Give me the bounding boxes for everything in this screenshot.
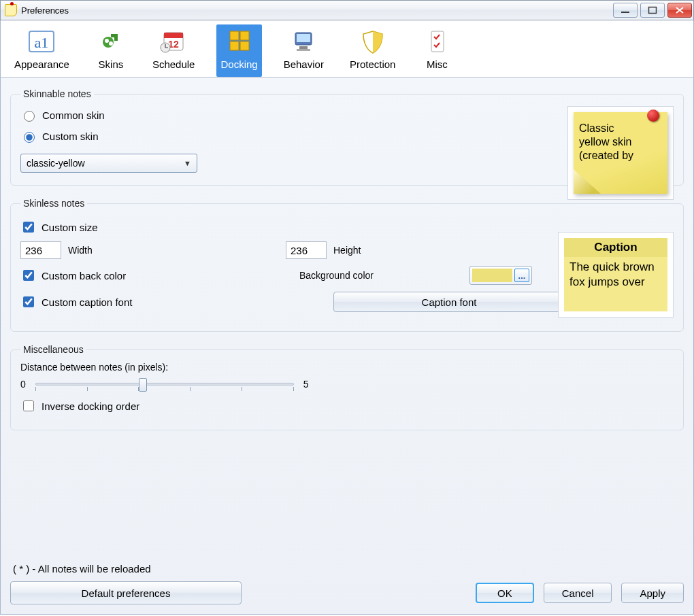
svg-rect-7 [164, 33, 183, 38]
protection-icon [357, 27, 389, 56]
tab-label: Misc [427, 58, 448, 70]
svg-rect-0 [621, 12, 629, 13]
distance-slider[interactable] [35, 377, 294, 392]
tab-label: Behavior [284, 58, 324, 70]
skinnable-preview: Classic yellow skin (created by [567, 106, 674, 200]
check-inverse-docking-input[interactable] [23, 400, 34, 411]
check-label: Inverse docking order [42, 400, 139, 412]
check-label: Custom caption font [42, 296, 132, 308]
schedule-icon: 12 [158, 27, 189, 56]
svg-rect-18 [431, 31, 444, 52]
color-swatch [472, 269, 512, 282]
titlebar: Preferences [0, 0, 694, 20]
radio-label: Custom skin [42, 131, 99, 142]
preview-text-1: Classic [579, 122, 662, 135]
skin-dropdown[interactable]: classic-yellow ▼ [20, 154, 197, 173]
tab-label: Skins [99, 58, 124, 70]
check-custom-caption-input[interactable] [23, 296, 34, 307]
tab-skins[interactable]: Skins [91, 24, 131, 77]
minimize-button[interactable] [613, 3, 638, 18]
pin-icon [647, 109, 659, 122]
slider-rail [35, 383, 294, 386]
appearance-icon: a1 [26, 27, 57, 56]
bgcolor-picker[interactable]: ... [469, 266, 532, 285]
legend-misc: Miscellaneous [20, 344, 86, 355]
svg-rect-16 [299, 46, 308, 49]
group-skinnable-notes: Skinnable notes Common skin Custom skin … [10, 88, 684, 186]
close-button[interactable] [667, 3, 692, 18]
slider-max: 5 [303, 379, 309, 390]
radio-custom-skin-input[interactable] [24, 132, 35, 143]
slider-min: 0 [20, 379, 26, 390]
slider-thumb[interactable] [139, 378, 147, 392]
check-custom-back-input[interactable] [23, 270, 34, 281]
tab-label: Schedule [152, 58, 195, 70]
docking-icon [224, 27, 255, 56]
ok-button[interactable]: OK [476, 583, 534, 603]
radio-label: Common skin [42, 109, 105, 121]
preview-caption: Caption [564, 238, 667, 257]
check-custom-back-color[interactable]: Custom back color [20, 268, 126, 283]
footer-buttons: Default preferences OK Cancel Apply [10, 581, 684, 604]
check-custom-size-input[interactable] [23, 222, 34, 233]
group-miscellaneous: Miscellaneous Distance between notes (in… [10, 344, 684, 430]
minimize-icon [621, 7, 630, 14]
client-area: Skinnable notes Common skin Custom skin … [0, 78, 694, 615]
slider-ticks [35, 387, 294, 391]
tab-protection[interactable]: Protection [346, 24, 400, 77]
ellipsis-icon: ... [514, 269, 529, 282]
behavior-icon [288, 27, 319, 56]
svg-rect-12 [230, 41, 239, 50]
group-skinless-notes: Skinless notes Custom size Width Height [10, 198, 684, 332]
check-label: Custom size [42, 222, 98, 233]
svg-rect-17 [297, 49, 310, 51]
page-curl-icon [574, 169, 601, 194]
preview-text-3: (created by [579, 149, 662, 162]
height-label: Height [333, 245, 361, 256]
check-label: Custom back color [42, 270, 126, 281]
footer-note: ( * ) - All notes will be reloaded [10, 556, 684, 581]
tab-schedule[interactable]: 12 Schedule [148, 24, 199, 77]
tab-label: Appearance [14, 58, 69, 70]
legend-skinnable: Skinnable notes [20, 88, 94, 99]
skinless-preview: Caption The quick brown fox jumps over [558, 232, 674, 318]
svg-rect-10 [230, 31, 239, 40]
default-preferences-button[interactable]: Default preferences [10, 581, 242, 604]
misc-icon [421, 27, 452, 56]
tab-misc[interactable]: Misc [417, 24, 457, 77]
legend-skinless: Skinless notes [20, 198, 87, 209]
apply-button[interactable]: Apply [621, 583, 684, 603]
skins-icon [95, 27, 127, 56]
sticky-note-preview: Classic yellow skin (created by [574, 112, 667, 194]
bgcolor-label: Background color [299, 270, 374, 281]
skin-dropdown-value: classic-yellow [27, 158, 85, 169]
radio-common-skin-input[interactable] [24, 111, 35, 122]
preview-body: The quick brown fox jumps over [564, 257, 667, 311]
svg-rect-13 [240, 41, 249, 50]
height-input[interactable] [286, 241, 327, 259]
cancel-button[interactable]: Cancel [544, 583, 612, 603]
svg-point-5 [109, 41, 113, 46]
caption-font-button[interactable]: Caption font [333, 292, 565, 312]
svg-rect-11 [240, 31, 249, 40]
maximize-icon [648, 6, 657, 14]
maximize-button[interactable] [640, 3, 665, 18]
tab-behavior[interactable]: Behavior [280, 24, 328, 77]
tab-appearance[interactable]: a1 Appearance [10, 24, 73, 77]
svg-text:a1: a1 [35, 34, 49, 51]
tab-docking[interactable]: Docking [216, 24, 261, 77]
width-input[interactable] [20, 241, 61, 259]
preview-text-2: yellow skin [579, 135, 662, 149]
check-custom-caption-font[interactable]: Custom caption font [20, 294, 132, 309]
distance-label: Distance between notes (in pixels): [20, 362, 674, 373]
check-inverse-docking[interactable]: Inverse docking order [20, 398, 674, 413]
svg-rect-1 [649, 7, 657, 14]
app-icon [5, 4, 17, 16]
svg-point-4 [105, 39, 109, 43]
svg-rect-15 [297, 34, 310, 42]
window-controls [613, 3, 693, 18]
note-preview: Caption The quick brown fox jumps over [564, 238, 667, 311]
chevron-down-icon: ▼ [184, 159, 191, 167]
tab-toolbar: a1 Appearance Skins 12 Schedule Docking … [0, 20, 694, 78]
close-icon [675, 6, 684, 14]
